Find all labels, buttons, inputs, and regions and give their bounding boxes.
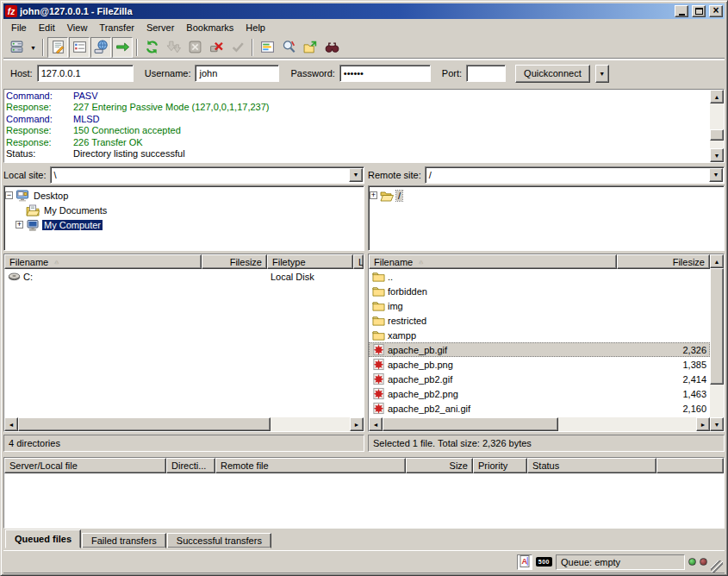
remote-site-combobox[interactable]: / ▼ (425, 166, 725, 184)
column-header-blank[interactable] (656, 458, 724, 473)
scroll-right-button[interactable]: ► (350, 417, 364, 431)
find-button[interactable] (321, 37, 342, 58)
filename-label: apache_pb.png (388, 360, 453, 370)
column-header-server-local-file[interactable]: Server/Local file (4, 458, 166, 473)
log-line-text: MLSD (73, 114, 100, 125)
toggle-queue-button[interactable] (112, 37, 133, 58)
remote-tree-item--[interactable]: +/ (370, 188, 723, 203)
scroll-track[interactable] (383, 417, 696, 431)
menu-transfer[interactable]: Transfer (93, 21, 140, 34)
transfer-type-icon[interactable]: A (517, 554, 532, 570)
scroll-track[interactable] (710, 103, 724, 148)
column-header-priority[interactable]: Priority (473, 458, 527, 473)
menu-file[interactable]: File (5, 21, 33, 34)
menu-view[interactable]: View (61, 21, 94, 34)
remote-file-row[interactable]: apache_pb2.gif2,414 (369, 372, 710, 386)
host-input[interactable]: 127.0.0.1 (37, 65, 134, 82)
tab-failed-transfers[interactable]: Failed transfers (82, 533, 166, 548)
column-header-filename[interactable]: Filename▲ (369, 254, 617, 269)
column-header-filetype[interactable]: Filetype (267, 254, 353, 269)
close-button[interactable]: × (709, 5, 723, 17)
column-header-filename[interactable]: Filename▲ (4, 254, 202, 269)
column-header-filesize[interactable]: Filesize (617, 254, 710, 269)
scroll-up-button[interactable]: ▲ (710, 90, 724, 103)
filter-button[interactable] (257, 37, 277, 58)
toolbar-separator (42, 39, 44, 56)
toggle-remote-tree-button[interactable] (90, 37, 111, 58)
expand-icon[interactable]: + (370, 191, 377, 199)
scroll-left-button[interactable]: ◄ (369, 417, 383, 431)
column-header-filesize[interactable]: Filesize (202, 254, 267, 269)
remote-site-dropdown-button[interactable]: ▼ (709, 168, 723, 182)
remote-file-row[interactable]: apache_pb.png1,385 (369, 357, 710, 372)
scroll-thumb[interactable] (710, 268, 724, 385)
local-tree-item-my-computer[interactable]: +My Computer (5, 217, 363, 232)
maximize-button[interactable] (692, 5, 706, 17)
remote-file-row[interactable]: img (369, 298, 710, 313)
triangle-left-icon: ◄ (9, 422, 15, 428)
reconnect-button[interactable] (227, 37, 248, 58)
password-input[interactable]: •••••• (339, 65, 431, 82)
remote-file-row[interactable]: xampp (369, 328, 710, 342)
toggle-local-tree-button[interactable] (69, 37, 90, 58)
scroll-thumb[interactable] (18, 417, 271, 431)
directory-comparison-button[interactable] (278, 37, 299, 58)
scroll-track[interactable] (18, 417, 350, 431)
collapse-icon[interactable]: − (5, 191, 13, 199)
local-site-combobox[interactable]: \ ▼ (50, 166, 364, 184)
quickconnect-button[interactable]: Quickconnect (515, 65, 590, 83)
remote-file-row[interactable]: .. (369, 269, 710, 284)
resize-grip[interactable] (711, 560, 723, 573)
remote-file-row[interactable]: apache_pb.gif2,326 (369, 342, 710, 357)
expand-icon[interactable]: + (16, 221, 23, 229)
title-bar[interactable]: fz john@127.0.0.1 - FileZilla × (3, 3, 725, 19)
filename-label: img (388, 301, 403, 311)
local-file-row[interactable]: C:Local Disk (4, 269, 364, 284)
toggle-log-button[interactable] (47, 37, 68, 58)
local-site-dropdown-button[interactable]: ▼ (349, 168, 363, 182)
remote-list-hscrollbar[interactable]: ◄► (369, 417, 710, 431)
tab-queued-files[interactable]: Queued files (5, 529, 81, 548)
site-manager-button[interactable] (6, 37, 27, 58)
local-tree-item-desktop[interactable]: −Desktop (5, 188, 363, 203)
scroll-right-button[interactable]: ► (696, 417, 710, 431)
scroll-down-button[interactable]: ▼ (710, 417, 724, 431)
menu-bookmarks[interactable]: Bookmarks (180, 21, 240, 34)
remote-file-row[interactable]: forbidden (369, 284, 710, 298)
scroll-up-button[interactable]: ▲ (710, 254, 724, 268)
column-header-remote-file[interactable]: Remote file (215, 458, 406, 473)
process-queue-button[interactable] (163, 37, 184, 58)
remote-file-row[interactable]: apache_pb2_ani.gif2,160 (369, 401, 710, 416)
site-manager-dropdown-button[interactable]: ▼ (28, 37, 39, 58)
menu-server[interactable]: Server (140, 21, 180, 34)
scroll-thumb[interactable] (383, 417, 558, 431)
scroll-left-button[interactable]: ◄ (4, 417, 18, 431)
menu-edit[interactable]: Edit (33, 21, 61, 34)
message-log-scrollbar[interactable]: ▲▼ (710, 90, 724, 162)
scroll-down-button[interactable]: ▼ (710, 148, 724, 162)
cancel-button[interactable] (184, 37, 205, 58)
scroll-track[interactable] (710, 268, 724, 417)
remote-file-row[interactable]: apache_pb2.png1,463 (369, 386, 710, 401)
tab-successful-transfers[interactable]: Successful transfers (167, 533, 271, 548)
disconnect-button[interactable] (206, 37, 227, 58)
column-header-status[interactable]: Status (527, 458, 656, 473)
username-input[interactable]: john (195, 65, 279, 82)
minimize-button[interactable] (675, 5, 688, 17)
queue-body[interactable] (4, 473, 724, 528)
menu-help[interactable]: Help (240, 21, 271, 34)
local-list-hscrollbar[interactable]: ◄► (4, 417, 364, 431)
port-input[interactable] (466, 65, 506, 82)
synchronized-browsing-button[interactable] (300, 37, 320, 58)
refresh-button[interactable] (141, 37, 162, 58)
column-header-l[interactable]: L (353, 254, 364, 269)
local-pane: Local site: \ ▼ −DesktopMy Documents+My … (3, 166, 364, 453)
scroll-thumb[interactable] (710, 129, 724, 140)
column-header-size[interactable]: Size (406, 458, 473, 473)
speed-limit-indicator[interactable]: 500 (536, 557, 552, 567)
remote-list-vscrollbar[interactable]: ▲▼ (710, 254, 724, 431)
remote-file-row[interactable]: restricted (369, 313, 710, 328)
quickconnect-dropdown-button[interactable]: ▼ (595, 65, 609, 83)
column-header-directi-[interactable]: Directi... (166, 458, 215, 473)
local-tree-item-my-documents[interactable]: My Documents (5, 203, 363, 217)
